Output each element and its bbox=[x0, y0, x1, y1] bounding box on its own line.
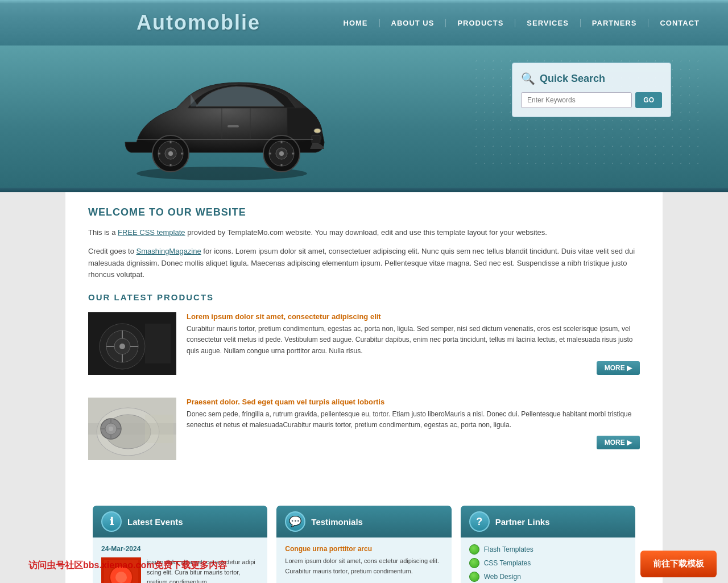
latest-events-body: 24-Mar-2024 ipsum dolor sit amet, cons e… bbox=[93, 537, 267, 583]
car-image bbox=[114, 51, 330, 182]
partner-item: Flash Templates bbox=[469, 544, 627, 555]
testimonials-header: 💬 Testimonials bbox=[276, 506, 451, 537]
svg-point-47 bbox=[115, 572, 127, 583]
svg-point-14 bbox=[279, 151, 284, 156]
welcome-title: WELCOME TO OUR WEBSITE bbox=[88, 206, 640, 218]
hero-section: 🔍 Quick Search GO bbox=[0, 46, 728, 188]
partner-bullet bbox=[469, 572, 479, 582]
svg-point-38 bbox=[109, 427, 113, 431]
product-more-btn-2[interactable]: MORE ▶ bbox=[597, 436, 640, 449]
partner-item: Web Design bbox=[469, 572, 627, 582]
product-content-2: Praesent dolor. Sed eget quam vel turpis… bbox=[187, 398, 640, 460]
product-thumb-2 bbox=[88, 398, 176, 460]
smashing-magazine-link[interactable]: SmashingMagazine bbox=[136, 247, 201, 255]
event-thumb-1 bbox=[101, 557, 141, 583]
event-item-1: ipsum dolor sit amet, cons ectetur adipi… bbox=[101, 557, 259, 583]
main-nav: HOMEABOUT USPRODUCTSSERVICESPARTNERSCONT… bbox=[332, 19, 729, 27]
search-icon: 🔍 bbox=[521, 72, 535, 85]
svg-rect-21 bbox=[228, 125, 239, 127]
product-title-2: Praesent dolor. Sed eget quam vel turpis… bbox=[187, 398, 640, 406]
content-area: WELCOME TO OUR WEBSITE This is a FREE CS… bbox=[65, 192, 663, 497]
main-wrapper: WELCOME TO OUR WEBSITE This is a FREE CS… bbox=[65, 192, 663, 583]
info-icon: ℹ bbox=[101, 511, 122, 532]
nav-item-contact[interactable]: CONTACT bbox=[648, 19, 711, 27]
nav-item-products[interactable]: PRODUCTS bbox=[446, 19, 515, 27]
partner-item: CSS Templates bbox=[469, 558, 627, 568]
event-text-1: ipsum dolor sit amet, cons ectetur adipi… bbox=[147, 557, 259, 583]
testimonial-text-1: Lorem ipsum dolor sit amet, cons ectetur… bbox=[285, 556, 442, 576]
event-date-1: 24-Mar-2024 bbox=[101, 544, 259, 553]
product-desc-1: Curabitur mauris tortor, pretium condime… bbox=[187, 324, 640, 357]
site-logo: Automoblie bbox=[0, 11, 260, 35]
product-item-1: Lorem ipsum dolor sit amet, consectetur … bbox=[88, 312, 640, 386]
search-button[interactable]: GO bbox=[635, 92, 662, 108]
svg-rect-31 bbox=[145, 324, 171, 363]
partner-links-body: Flash TemplatesCSS TemplatesWeb DesignFr… bbox=[461, 537, 635, 583]
credit-paragraph: Credit goes to SmashingMagazine for icon… bbox=[88, 246, 640, 281]
header: Automoblie HOMEABOUT USPRODUCTSSERVICESP… bbox=[0, 0, 728, 46]
product-title-1: Lorem ipsum dolor sit amet, consectetur … bbox=[187, 312, 640, 321]
testimonials-panel: 💬 Testimonials Congue urna porttitor arc… bbox=[276, 506, 451, 583]
partner-links-panel: ? Partner Links Flash TemplatesCSS Templ… bbox=[461, 506, 635, 583]
search-row: GO bbox=[521, 92, 662, 108]
search-box: 🔍 Quick Search GO bbox=[512, 63, 671, 117]
search-title: 🔍 Quick Search bbox=[521, 72, 662, 85]
svg-rect-1 bbox=[312, 135, 320, 143]
svg-point-6 bbox=[168, 151, 173, 156]
question-icon: ? bbox=[469, 511, 490, 532]
product-item-2: Praesent dolor. Sed eget quam vel turpis… bbox=[88, 398, 640, 472]
testimonial-link-1: Congue urna porttitor arcu bbox=[285, 544, 442, 553]
product-thumb-1 bbox=[88, 312, 176, 375]
partner-link[interactable]: CSS Templates bbox=[484, 559, 531, 567]
partner-bullet bbox=[469, 544, 479, 555]
header-top-bar bbox=[0, 0, 728, 3]
latest-events-panel: ℹ Latest Events 24-Mar-2024 bbox=[93, 506, 267, 583]
product-content-1: Lorem ipsum dolor sit amet, consectetur … bbox=[187, 312, 640, 375]
products-section-title: OUR LATEST PRODUCTS bbox=[88, 292, 640, 302]
partner-bullet bbox=[469, 558, 479, 568]
svg-point-26 bbox=[119, 344, 125, 349]
nav-item-partners[interactable]: PARTNERS bbox=[581, 19, 649, 27]
nav-item-about[interactable]: ABOUT US bbox=[380, 19, 446, 27]
chat-icon: 💬 bbox=[285, 511, 305, 532]
partner-link[interactable]: Web Design bbox=[484, 573, 521, 581]
nav-item-services[interactable]: SERVICES bbox=[515, 19, 581, 27]
product-desc-2: Donec sem pede, fringilla a, rutrum grav… bbox=[187, 409, 640, 431]
svg-rect-43 bbox=[145, 415, 173, 443]
nav-item-home[interactable]: HOME bbox=[332, 19, 380, 27]
hero-bottom-strip bbox=[0, 188, 728, 192]
search-input[interactable] bbox=[521, 92, 632, 108]
svg-point-2 bbox=[314, 129, 321, 133]
intro-paragraph: This is a FREE CSS template provided by … bbox=[88, 227, 640, 239]
partner-links-header: ? Partner Links bbox=[461, 506, 635, 537]
product-more-btn-1[interactable]: MORE ▶ bbox=[597, 361, 640, 375]
latest-events-header: ℹ Latest Events bbox=[93, 506, 267, 537]
testimonials-body: Congue urna porttitor arcu Lorem ipsum d… bbox=[276, 537, 451, 583]
partner-link[interactable]: Flash Templates bbox=[484, 545, 533, 553]
bottom-section: ℹ Latest Events 24-Mar-2024 bbox=[65, 497, 663, 583]
free-css-template-link[interactable]: FREE CSS template bbox=[118, 228, 185, 237]
download-button[interactable]: 前往下载模板 bbox=[640, 551, 717, 577]
